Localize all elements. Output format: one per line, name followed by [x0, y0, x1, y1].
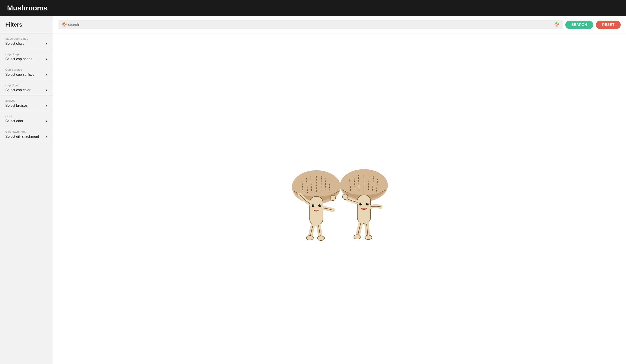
svg-point-19 — [330, 195, 336, 201]
dropdown-arrow-odor: ▼ — [45, 120, 48, 122]
filter-label-cap-surface: Cap Surface — [5, 68, 48, 71]
dropdown-arrow-cap-shape: ▼ — [45, 58, 48, 60]
filter-label-cap-shape: Cap Shape — [5, 52, 48, 56]
filter-value-odor: Select odor — [5, 119, 23, 123]
filter-label-odor: Odor — [5, 114, 48, 118]
filters-title: Filters — [0, 21, 53, 34]
main-layout: Filters Mushroom Class Select class ▼ Ca… — [0, 16, 626, 364]
filter-label-cap-color: Cap Color — [5, 83, 48, 87]
reset-button[interactable]: RESET — [596, 21, 621, 29]
filter-group-cap-shape: Cap Shape Select cap shape ▼ — [0, 49, 53, 64]
content-area: 🍄 🍄 SEARCH RESET — [53, 16, 626, 364]
app-title: Mushrooms — [7, 4, 47, 12]
svg-point-6 — [313, 205, 314, 206]
sidebar: Filters Mushroom Class Select class ▼ Ca… — [0, 16, 53, 364]
search-input-wrap[interactable]: 🍄 🍄 — [58, 20, 563, 29]
svg-point-18 — [365, 235, 372, 240]
filter-select-mushroom-class[interactable]: Select class ▼ — [5, 42, 48, 49]
filter-value-cap-surface: Select cap surface — [5, 73, 35, 77]
svg-point-8 — [306, 236, 313, 240]
filter-label-gill-attachment: Gill Attachment — [5, 130, 48, 133]
search-input[interactable] — [68, 23, 553, 27]
main-content — [53, 34, 626, 364]
filter-select-cap-color[interactable]: Select cap color ▼ — [5, 88, 48, 95]
mushroom-emoji-left: 🍄 — [62, 22, 67, 27]
filter-label-mushroom-class: Mushroom Class — [5, 37, 48, 40]
dropdown-arrow-mushroom-class: ▼ — [45, 42, 48, 45]
dropdown-arrow-cap-surface: ▼ — [45, 73, 48, 76]
dropdown-arrow-gill-attachment: ▼ — [45, 135, 48, 138]
filter-select-odor[interactable]: Select odor ▼ — [5, 119, 48, 126]
filter-value-cap-shape: Select cap shape — [5, 57, 33, 61]
filter-group-odor: Odor Select odor ▼ — [0, 111, 53, 126]
filter-value-mushroom-class: Select class — [5, 42, 24, 46]
svg-point-16 — [367, 203, 368, 204]
svg-point-17 — [354, 235, 361, 239]
mushroom-illustration — [282, 152, 397, 246]
dropdown-arrow-bruises: ▼ — [45, 104, 48, 107]
dropdown-arrow-cap-color: ▼ — [45, 89, 48, 91]
search-button[interactable]: SEARCH — [565, 21, 593, 29]
mushroom-emoji-right: 🍄 — [554, 22, 559, 27]
filter-value-gill-attachment: Select gill attachment — [5, 135, 39, 139]
filter-label-bruises: Bruises — [5, 99, 48, 102]
svg-point-9 — [317, 236, 324, 240]
filter-select-cap-surface[interactable]: Select cap surface ▼ — [5, 73, 48, 80]
filter-select-cap-shape[interactable]: Select cap shape ▼ — [5, 57, 48, 64]
mushroom-svg — [282, 152, 397, 246]
search-bar-row: 🍄 🍄 SEARCH RESET — [53, 16, 626, 34]
filter-group-mushroom-class: Mushroom Class Select class ▼ — [0, 34, 53, 49]
svg-point-7 — [320, 205, 321, 206]
filter-group-cap-surface: Cap Surface Select cap surface ▼ — [0, 64, 53, 80]
filter-value-bruises: Select bruises — [5, 104, 28, 108]
svg-point-15 — [361, 203, 362, 204]
svg-point-20 — [343, 194, 348, 199]
filter-groups-container: Mushroom Class Select class ▼ Cap Shape … — [0, 34, 53, 142]
filter-group-gill-attachment: Gill Attachment Select gill attachment ▼ — [0, 126, 53, 142]
filter-value-cap-color: Select cap color — [5, 88, 31, 92]
filter-select-gill-attachment[interactable]: Select gill attachment ▼ — [5, 135, 48, 142]
filter-group-cap-color: Cap Color Select cap color ▼ — [0, 80, 53, 95]
app-header: Mushrooms — [0, 0, 626, 16]
filter-group-bruises: Bruises Select bruises ▼ — [0, 95, 53, 111]
filter-select-bruises[interactable]: Select bruises ▼ — [5, 104, 48, 111]
